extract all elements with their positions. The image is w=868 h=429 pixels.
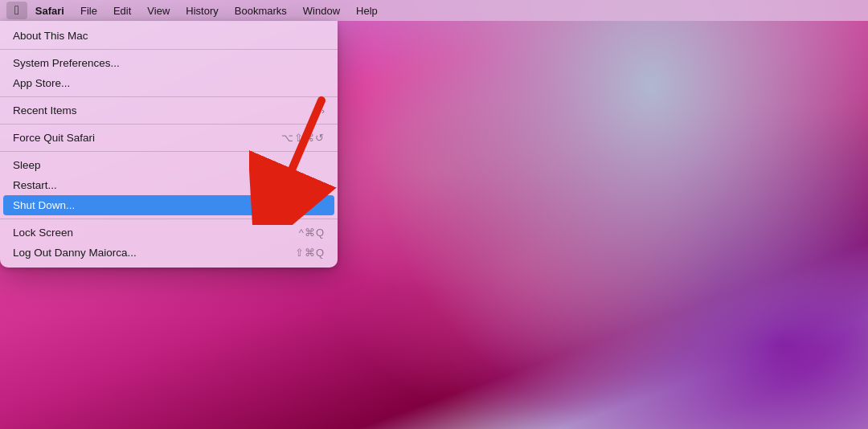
- menu-separator-5: [0, 219, 338, 219]
- lock-screen-shortcut: ^⌘Q: [299, 227, 325, 239]
- submenu-arrow-icon: ›: [321, 106, 325, 116]
- menubar-window[interactable]: Window: [295, 3, 348, 18]
- logout-shortcut: ⇧⌘Q: [295, 247, 325, 259]
- menubar-view[interactable]: View: [139, 3, 178, 18]
- apple-dropdown-menu: About This Mac System Preferences... App…: [0, 21, 338, 268]
- menubar-help[interactable]: Help: [348, 3, 386, 18]
- apple-menu-trigger[interactable]: : [6, 2, 27, 19]
- menu-item-app-store[interactable]: App Store...: [0, 73, 338, 93]
- menu-separator-3: [0, 124, 338, 125]
- menubar:  Safari File Edit View History Bookmark…: [0, 0, 868, 21]
- menu-item-logout[interactable]: Log Out Danny Maiorca... ⇧⌘Q: [0, 243, 338, 263]
- menubar-safari[interactable]: Safari: [27, 3, 72, 18]
- menubar-history[interactable]: History: [178, 3, 226, 18]
- menu-item-about[interactable]: About This Mac: [0, 26, 338, 46]
- menu-item-shutdown[interactable]: Shut Down...: [3, 195, 334, 215]
- menubar-file[interactable]: File: [72, 3, 105, 18]
- menubar-edit[interactable]: Edit: [105, 3, 139, 18]
- menu-item-recent-items[interactable]: Recent Items ›: [0, 100, 338, 121]
- menu-separator-2: [0, 96, 338, 97]
- menu-separator-4: [0, 151, 338, 152]
- force-quit-shortcut: ⌥⇧⌘↺: [281, 132, 325, 144]
- menu-item-restart[interactable]: Restart...: [0, 175, 338, 195]
- menu-item-force-quit[interactable]: Force Quit Safari ⌥⇧⌘↺: [0, 128, 338, 148]
- menu-item-system-prefs[interactable]: System Preferences...: [0, 53, 338, 73]
- menubar-bookmarks[interactable]: Bookmarks: [227, 3, 295, 18]
- menu-separator-1: [0, 49, 338, 50]
- menu-item-lock-screen[interactable]: Lock Screen ^⌘Q: [0, 223, 338, 243]
- menu-item-sleep[interactable]: Sleep: [0, 155, 338, 175]
